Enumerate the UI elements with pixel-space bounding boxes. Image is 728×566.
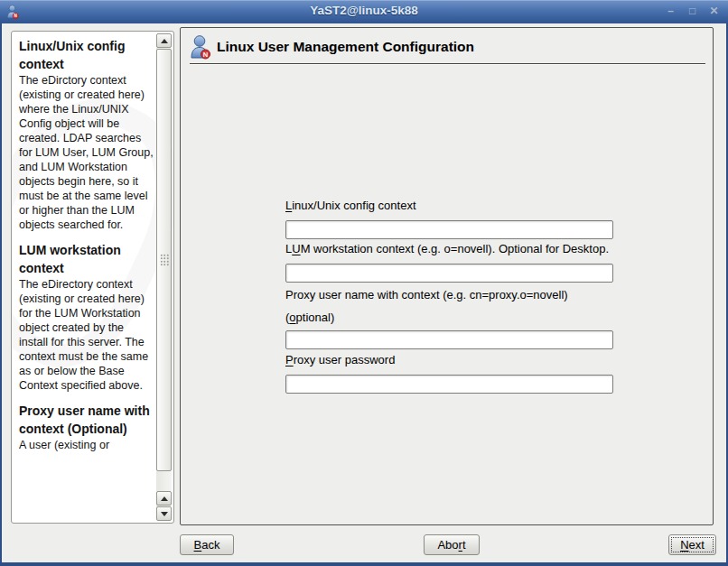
proxy-user-name-input[interactable] <box>285 330 613 349</box>
heading-separator <box>190 63 705 65</box>
help-paragraph: The eDirctory context (existing or creat… <box>19 73 154 232</box>
main-panel: N Linux User Management Configuration Li… <box>180 27 714 525</box>
help-heading: Linux/Unix config context <box>19 37 154 73</box>
window-title: YaST2@linux-5k88 <box>0 4 728 17</box>
lum-workstation-context-input[interactable] <box>285 264 613 283</box>
help-heading: LUM workstation context <box>19 241 154 277</box>
help-paragraph: A user (existing or <box>19 438 154 452</box>
window-content: Linux/Unix config context The eDirctory … <box>2 23 726 562</box>
down-arrow-icon <box>161 512 168 516</box>
config-context-label: Linux/Unix config context <box>285 199 416 212</box>
minimize-button[interactable]: – <box>664 5 677 18</box>
user-icon: N <box>190 34 211 60</box>
page-title: Linux User Management Configuration <box>217 39 474 55</box>
help-scrollbar[interactable] <box>156 33 172 521</box>
up-arrow-icon <box>161 496 168 501</box>
help-heading: Proxy user name with context (Optional) <box>19 402 154 438</box>
up-arrow-icon <box>161 39 168 43</box>
config-context-input[interactable] <box>285 220 613 239</box>
abort-button[interactable]: Abort <box>424 534 480 555</box>
scroll-down-button[interactable] <box>156 506 172 521</box>
proxy-password-label: Proxy user password <box>285 353 395 367</box>
maximize-button[interactable]: □ <box>686 5 699 18</box>
proxy-user-name-label-optional: (optional) <box>285 311 334 324</box>
scroll-up-button-bottom[interactable] <box>156 491 172 506</box>
help-paragraph: The eDirectory context (existing or crea… <box>19 277 154 393</box>
next-button[interactable]: Next <box>668 534 716 555</box>
back-button[interactable]: Back <box>180 534 234 555</box>
scrollbar-grip-icon <box>160 254 169 266</box>
yast-window: N YaST2@linux-5k88 – □ ✕ Linux/Unix conf… <box>0 0 728 566</box>
help-text: Linux/Unix config context The eDirctory … <box>19 37 154 452</box>
titlebar[interactable]: N YaST2@linux-5k88 – □ ✕ <box>0 0 728 23</box>
close-button[interactable]: ✕ <box>707 5 721 18</box>
lum-workstation-context-label: LUM workstation context (e.g. o=novell).… <box>285 242 609 255</box>
proxy-password-input[interactable] <box>285 375 613 394</box>
proxy-user-name-label: Proxy user name with context (e.g. cn=pr… <box>285 288 568 302</box>
help-panel: Linux/Unix config context The eDirctory … <box>11 31 174 524</box>
scrollbar-thumb[interactable] <box>156 49 172 471</box>
svg-text:N: N <box>203 51 208 59</box>
scroll-up-button[interactable] <box>156 33 172 48</box>
